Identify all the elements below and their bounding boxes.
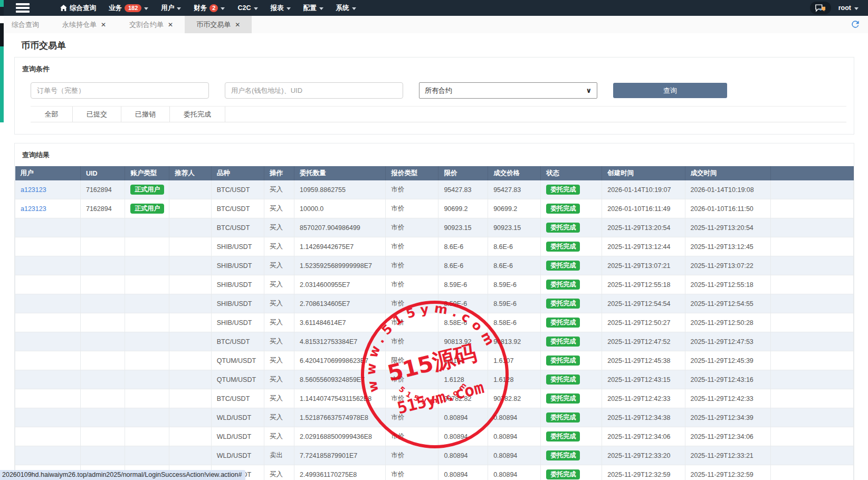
column-header: 操作: [264, 166, 294, 180]
status-filter-tab-0[interactable]: 全部: [31, 107, 73, 122]
cell-user: [15, 427, 81, 446]
table-row: BTC/USDT买入8570207.904986499市价90923.15909…: [15, 218, 854, 237]
status-filter-tab-3[interactable]: 委托完成: [170, 107, 225, 122]
cell-deal_price: 0.80894: [488, 465, 541, 480]
cell-uid: [80, 370, 125, 389]
business-count-badge: 182: [125, 4, 141, 12]
close-icon[interactable]: ✕: [101, 21, 106, 28]
cell-dealt_at: 2025-11-29T12:45:39: [685, 351, 770, 370]
column-header: 限价: [438, 166, 488, 180]
status-badge: 委托完成: [546, 431, 580, 441]
status-filter-tab-1[interactable]: 已提交: [73, 107, 121, 122]
hamburger-menu-icon[interactable]: [16, 3, 30, 13]
cell-limit_price: 1.6107: [438, 351, 488, 370]
cell-amount: 1.14269442675E7: [294, 237, 386, 256]
cell-blank: [770, 256, 853, 275]
tab-summary-query[interactable]: 综合查询: [0, 16, 51, 33]
table-row: QTUM/USDT买入6.420417069998623E7限价1.61071.…: [15, 351, 854, 370]
cell-amount: 4.815312753384E7: [294, 332, 386, 351]
cell-referrer: [169, 313, 211, 332]
page-title: 币币交易单: [21, 40, 868, 52]
status-badge: 委托完成: [546, 375, 580, 385]
cell-referrer: [169, 237, 211, 256]
user-link[interactable]: a123123: [21, 186, 46, 194]
table-row: BTC/USDT买入4.815312753384E7市价90813.929081…: [15, 332, 854, 351]
open-tabs-bar: 综合查询 永续持仓单 ✕ 交割合约单 ✕ 币币交易单 ✕: [0, 16, 868, 33]
cell-created_at: 2025-11-29T12:43:15: [602, 370, 685, 389]
column-header: 推荐人: [169, 166, 211, 180]
cell-deal_price: 90923.15: [488, 218, 541, 237]
cell-created_at: 2025-11-29T12:33:20: [602, 446, 685, 465]
cell-blank: [770, 351, 853, 370]
column-header: 报价类型: [386, 166, 438, 180]
cell-referrer: [169, 446, 211, 465]
cell-uid: [80, 389, 125, 408]
cell-symbol: WLD/USDT: [211, 408, 264, 427]
user-menu[interactable]: root: [838, 4, 859, 12]
cell-dealt_at: 2025-11-29T13:07:22: [685, 256, 770, 275]
close-icon[interactable]: ✕: [235, 21, 240, 28]
cell-symbol: SHIB/USDT: [211, 313, 264, 332]
cell-amount: 2.7086134605E7: [294, 294, 386, 313]
chevron-down-icon: [854, 7, 859, 10]
collapsed-sidebar-strip: [0, 0, 4, 122]
tab-perpetual-positions[interactable]: 永续持仓单 ✕: [51, 16, 118, 33]
cell-account_type: [125, 427, 169, 446]
cell-side: 买入: [264, 408, 294, 427]
nav-item-config[interactable]: 配置: [298, 0, 329, 16]
cell-limit_price: 90782.82: [438, 389, 488, 408]
cell-blank: [770, 332, 853, 351]
close-icon[interactable]: ✕: [168, 21, 173, 28]
cell-user: [15, 313, 81, 332]
cell-referrer: [169, 332, 211, 351]
chevron-down-icon: [177, 7, 181, 10]
cell-uid: [80, 446, 125, 465]
user-search-input[interactable]: [225, 82, 403, 99]
cell-blank: [770, 408, 853, 427]
nav-item-business[interactable]: 业务 182: [103, 0, 154, 16]
cell-created_at: 2025-11-29T13:07:21: [602, 256, 685, 275]
nav-item-c2c[interactable]: C2C: [232, 0, 263, 16]
nav-item-reports[interactable]: 报表: [265, 0, 296, 16]
cell-created_at: 2025-11-29T12:50:27: [602, 313, 685, 332]
search-button[interactable]: 查询: [613, 83, 727, 98]
nav-item-system[interactable]: 系统: [331, 0, 361, 16]
home-icon: [60, 5, 67, 11]
cell-side: 买入: [264, 351, 294, 370]
cell-created_at: 2025-11-29T12:34:38: [602, 408, 685, 427]
contract-select[interactable]: 所有合约 ∨: [419, 82, 597, 99]
cell-blank: [770, 294, 853, 313]
cell-uid: 7162894: [80, 180, 125, 199]
cell-deal_price: 0.80894: [488, 427, 541, 446]
cell-limit_price: 8.59E-6: [438, 275, 488, 294]
cell-uid: [80, 256, 125, 275]
cell-user: [15, 389, 81, 408]
nav-item-users[interactable]: 用户: [156, 0, 186, 16]
chat-button[interactable]: [810, 2, 831, 14]
status-filter-tab-2[interactable]: 已撤销: [121, 107, 170, 122]
cell-limit_price: 8.6E-6: [438, 256, 488, 275]
cell-amount: 10959.8862755: [294, 180, 386, 199]
cell-quote_type: 市价: [386, 332, 438, 351]
refresh-icon[interactable]: [850, 19, 861, 30]
tab-delivery-contracts[interactable]: 交割合约单 ✕: [118, 16, 185, 33]
query-results-panel: 查询结果 用户UID账户类型推荐人品种操作委托数量报价类型限价成交价格状态创建时…: [14, 143, 854, 480]
tab-spot-orders[interactable]: 币币交易单 ✕: [185, 16, 252, 33]
cell-dealt_at: 2026-01-10T16:11:50: [685, 199, 770, 218]
cell-account_type: [125, 294, 169, 313]
user-link[interactable]: a123123: [21, 205, 46, 213]
nav-item-home[interactable]: 综合查询: [55, 0, 101, 16]
column-header: 品种: [211, 166, 264, 180]
chevron-down-icon: [319, 7, 323, 10]
cell-quote_type: 市价: [386, 408, 438, 427]
cell-deal_price: 8.58E-6: [488, 313, 541, 332]
cell-account_type: [125, 332, 169, 351]
nav-item-finance[interactable]: 财务 2: [188, 0, 230, 16]
table-row: WLD/USDT卖出7.724185879901E7市价0.808940.808…: [15, 446, 854, 465]
cell-deal_price: 95427.83: [488, 180, 541, 199]
order-id-input[interactable]: [31, 82, 209, 99]
cell-quote_type: 市价: [386, 427, 438, 446]
cell-created_at: 2026-01-14T10:19:07: [602, 180, 685, 199]
cell-user: [15, 294, 81, 313]
cell-account_type: [125, 389, 169, 408]
